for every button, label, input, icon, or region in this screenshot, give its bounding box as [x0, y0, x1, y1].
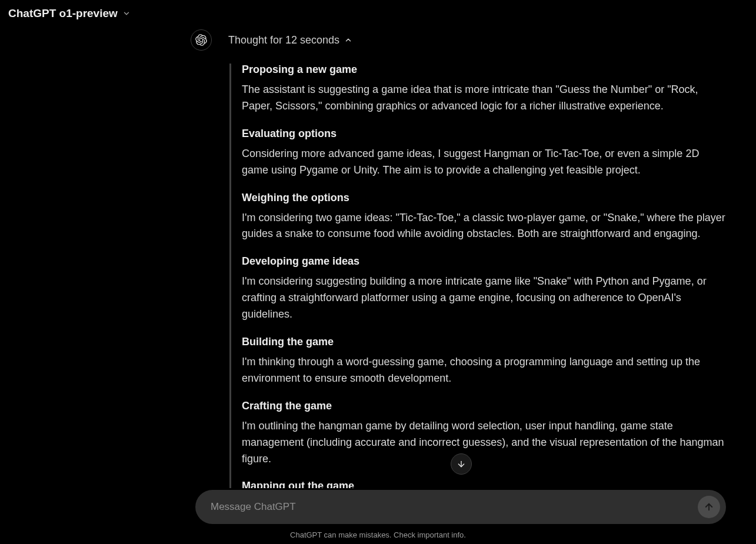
step-title: Crafting the game	[242, 400, 727, 412]
step-body: I'm considering suggesting building a mo…	[242, 273, 727, 323]
disclaimer: ChatGPT can make mistakes. Check importa…	[0, 530, 756, 539]
model-name: ChatGPT o1-preview	[8, 7, 118, 20]
openai-logo-icon	[195, 34, 207, 46]
assistant-avatar	[191, 29, 212, 51]
chevron-down-icon	[122, 9, 131, 18]
reasoning-steps: Proposing a new game The assistant is su…	[229, 64, 727, 488]
step-body: I'm thinking through a word-guessing gam…	[242, 354, 727, 387]
step-body: I'm outlining the hangman game by detail…	[242, 418, 727, 468]
step-title: Mapping out the game	[242, 480, 727, 488]
scroll-to-bottom-button[interactable]	[451, 453, 472, 475]
message-composer	[195, 490, 726, 524]
step-title: Developing game ideas	[242, 255, 727, 268]
model-selector[interactable]: ChatGPT o1-preview	[8, 7, 131, 20]
step-body: I'm considering two game ideas: "Tic-Tac…	[242, 210, 727, 243]
thought-header: Thought for 12 seconds	[191, 29, 352, 51]
thought-duration-label: Thought for 12 seconds	[228, 34, 339, 46]
step-title: Proposing a new game	[242, 64, 727, 76]
send-button[interactable]	[698, 496, 720, 518]
chevron-up-icon	[344, 36, 352, 44]
step-title: Evaluating options	[242, 128, 727, 140]
step-title: Weighing the options	[242, 192, 727, 204]
step-body: The assistant is suggesting a game idea …	[242, 82, 727, 115]
arrow-down-icon	[457, 459, 466, 469]
thought-toggle[interactable]: Thought for 12 seconds	[228, 34, 352, 46]
step-body: Considering more advanced game ideas, I …	[242, 146, 727, 179]
message-input[interactable]	[211, 501, 698, 513]
step-title: Building the game	[242, 336, 727, 348]
arrow-up-icon	[704, 502, 714, 512]
